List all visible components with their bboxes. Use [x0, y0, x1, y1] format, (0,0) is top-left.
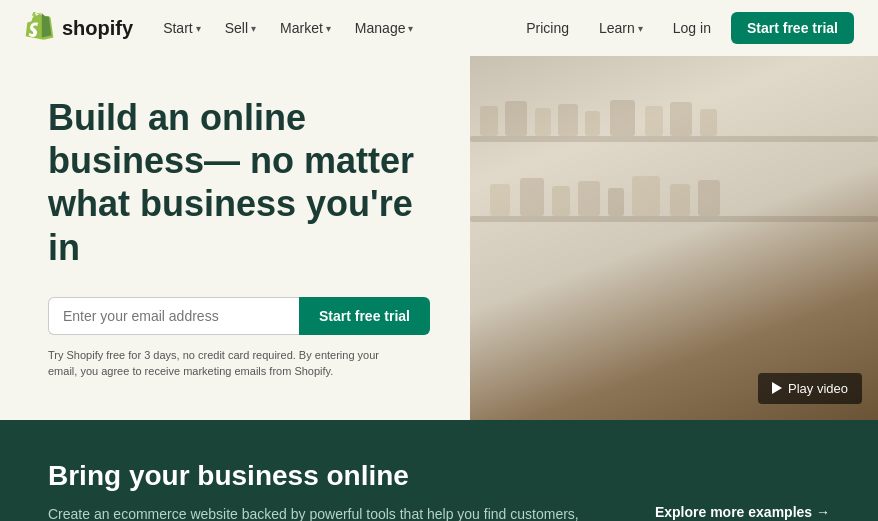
svg-rect-6 [585, 111, 600, 136]
svg-rect-14 [578, 181, 600, 216]
nav-item-sell[interactable]: Sell ▾ [215, 14, 266, 42]
svg-rect-2 [480, 106, 498, 136]
svg-rect-13 [552, 186, 570, 216]
nav-manage-label: Manage [355, 20, 406, 36]
hero-scene [470, 56, 878, 420]
chevron-down-icon: ▾ [196, 23, 201, 34]
svg-rect-7 [610, 100, 635, 136]
chevron-down-icon: ▾ [408, 23, 413, 34]
nav-item-manage[interactable]: Manage ▾ [345, 14, 424, 42]
logo-link[interactable]: shopify [24, 12, 133, 44]
svg-rect-11 [490, 184, 510, 216]
svg-rect-8 [645, 106, 663, 136]
nav-item-market[interactable]: Market ▾ [270, 14, 341, 42]
play-icon [772, 382, 782, 394]
nav-sell-label: Sell [225, 20, 248, 36]
chevron-down-icon: ▾ [326, 23, 331, 34]
nav-item-start[interactable]: Start ▾ [153, 14, 211, 42]
hero-image: Play video [470, 56, 878, 420]
svg-rect-3 [505, 101, 527, 136]
nav-pricing-link[interactable]: Pricing [514, 14, 581, 42]
brand-name: shopify [62, 17, 133, 40]
svg-rect-9 [670, 102, 692, 136]
hero-section: Build an online business— no matter what… [0, 56, 878, 420]
nav-right-items: Pricing Learn ▾ Log in Start free trial [514, 12, 854, 44]
svg-rect-12 [520, 178, 544, 216]
svg-rect-17 [670, 184, 690, 216]
svg-rect-0 [470, 136, 878, 142]
bottom-section: Bring your business online Create an eco… [0, 420, 878, 521]
svg-rect-18 [698, 180, 720, 216]
hero-email-input[interactable] [48, 297, 299, 335]
svg-rect-16 [632, 176, 660, 216]
svg-rect-4 [535, 108, 551, 136]
nav-start-trial-button[interactable]: Start free trial [731, 12, 854, 44]
hero-disclaimer: Try Shopify free for 3 days, no credit c… [48, 347, 408, 380]
svg-rect-5 [558, 104, 578, 136]
nav-start-label: Start [163, 20, 193, 36]
bottom-row: Create an ecommerce website backed by po… [48, 504, 830, 521]
nav-left-items: Start ▾ Sell ▾ Market ▾ Manage ▾ [153, 14, 423, 42]
play-video-button[interactable]: Play video [758, 373, 862, 404]
hero-headline: Build an online business— no matter what… [48, 96, 430, 269]
chevron-down-icon: ▾ [251, 23, 256, 34]
nav-market-label: Market [280, 20, 323, 36]
navbar: shopify Start ▾ Sell ▾ Market ▾ Manage ▾… [0, 0, 878, 56]
hero-start-trial-button[interactable]: Start free trial [299, 297, 430, 335]
svg-rect-15 [608, 188, 624, 216]
hero-email-form: Start free trial [48, 297, 430, 335]
hero-content: Build an online business— no matter what… [0, 56, 470, 420]
nav-learn-link[interactable]: Learn ▾ [589, 14, 653, 42]
svg-rect-10 [700, 109, 717, 136]
shopify-logo-icon [24, 12, 56, 44]
explore-examples-link[interactable]: Explore more examples → [655, 504, 830, 520]
svg-rect-1 [470, 216, 878, 222]
play-video-label: Play video [788, 381, 848, 396]
bottom-subtitle: Create an ecommerce website backed by po… [48, 504, 608, 521]
bottom-headline: Bring your business online [48, 460, 830, 492]
decorative-overlay [470, 56, 878, 420]
nav-login-link[interactable]: Log in [661, 14, 723, 42]
chevron-down-icon: ▾ [638, 23, 643, 34]
